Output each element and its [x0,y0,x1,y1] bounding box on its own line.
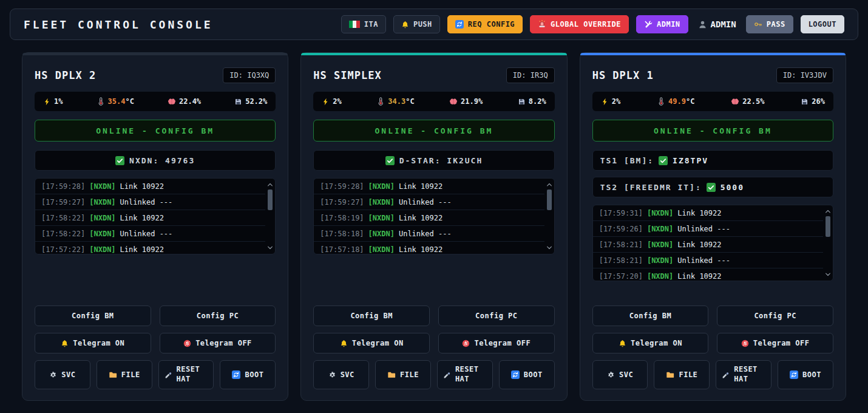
bell-icon [401,21,409,29]
ram-stat: 21.9% [449,97,483,106]
device-id-badge: ID: IQ3XQ [223,67,276,83]
scroll-down-icon[interactable] [546,244,553,251]
global-override-button[interactable]: GLOBAL OVERRIDE [530,15,629,33]
check-icon [115,156,124,165]
card-title: HS DPLX 1 [592,69,654,81]
log-row: [17:59:31][NXDN]Link 10922 [593,205,823,221]
file-button[interactable]: FILE [375,360,431,389]
scroll-down-icon[interactable] [266,244,274,251]
scrollbar-thumb[interactable] [268,189,273,210]
gear-icon [607,371,615,379]
svc-button[interactable]: SVC [592,360,648,389]
log-panel[interactable]: [17:59:28][NXDN]Link 10922 [17:59:27][NX… [35,178,276,254]
log-row: [17:59:27][NXDN]Unlinked --- [35,194,265,210]
config-bm-button[interactable]: Config BM [313,305,430,326]
folder-icon [109,370,117,379]
lightning-icon [601,98,609,106]
thermometer-icon [657,97,665,106]
log-message: Unlinked --- [677,256,730,265]
cpu-stat: 2% [322,97,341,106]
config-pc-button[interactable]: Config PC [160,305,276,326]
scrollbar-thumb[interactable] [547,189,552,210]
log-timestamp: [17:59:31] [599,209,643,217]
boot-button[interactable]: BOOT [220,360,276,389]
telegram-on-button[interactable]: Telegram ON [35,333,151,353]
mode-row: D-STAR: IK2UCH [313,150,554,171]
bell-icon [61,340,69,347]
config-pc-button[interactable]: Config PC [717,305,833,326]
boot-button[interactable]: BOOT [499,360,555,389]
log-row: [17:58:22][NXDN]Link 10922 [35,210,265,226]
telegram-off-button[interactable]: Telegram OFF [717,333,833,353]
thermometer-icon [97,97,105,106]
log-message: Link 10922 [677,209,721,217]
floppy-icon [518,98,526,106]
file-button[interactable]: FILE [97,360,152,389]
screwdriver-icon [164,371,172,379]
boot-button[interactable]: BOOT [778,360,833,389]
status-badge: ONLINE - CONFIG BM [313,120,554,142]
telegram-off-button[interactable]: Telegram OFF [160,333,276,353]
telegram-off-button[interactable]: Telegram OFF [438,333,555,353]
log-message: Link 10922 [120,214,164,222]
stats-bar: 2% 49.9°C 22.5% 26% [592,92,833,111]
log-scrollbar[interactable] [824,206,832,279]
log-message: Link 10922 [399,245,442,254]
gear-icon [328,371,336,379]
log-timestamp: [17:57:22] [41,245,85,254]
sync-icon [455,20,464,29]
disk-stat: 8.2% [518,97,546,106]
log-scrollbar[interactable] [266,180,274,253]
screwdriver-icon [443,371,451,379]
lightning-icon [43,98,51,106]
svc-button[interactable]: SVC [35,360,90,389]
log-scrollbar[interactable] [546,180,553,253]
user-icon [698,20,707,29]
card-accent-bar [301,53,566,55]
req-config-button[interactable]: REQ CONFIG [447,15,523,33]
log-panel[interactable]: [17:59:28][NXDN]Link 10922 [17:59:27][NX… [313,178,554,254]
device-id-badge: ID: IV3JDV [776,67,833,83]
stats-bar: 2% 34.3°C 21.9% 8.2% [313,92,554,111]
scroll-up-icon[interactable] [266,181,274,188]
config-bm-button[interactable]: Config BM [35,305,151,326]
card-accent-bar [580,53,846,55]
log-row: [17:58:21][NXDN]Unlinked --- [593,253,823,268]
scroll-down-icon[interactable] [824,271,832,278]
screwdriver-icon [722,371,730,379]
scrollbar-thumb[interactable] [826,216,830,237]
cpu-stat: 2% [601,97,620,106]
siren-icon [538,20,546,29]
logout-button[interactable]: LOGOUT [801,15,844,33]
header-actions: ITA PUSH REQ CONFIG GLOBAL OVERRIDE ADMI… [341,15,844,33]
log-message: Link 10922 [677,272,721,281]
device-card-hs-simplex: HS SIMPLEX ID: IR3Q 2% 34.3°C 21.9% 8.2%… [300,52,567,401]
push-button[interactable]: PUSH [393,15,440,33]
current-user: ADMIN [696,19,739,29]
lightning-icon [322,98,330,106]
log-row: [17:57:22][NXDN]Link 10922 [35,242,265,254]
reset-hat-button[interactable]: RESET HAT [158,360,214,389]
temp-stat: 34.3°C [376,97,414,106]
log-message: Unlinked --- [677,225,730,233]
svc-button[interactable]: SVC [313,360,369,389]
device-id-badge: ID: IR3Q [506,67,555,83]
reset-hat-button[interactable]: RESET HAT [716,360,771,389]
log-tag: [NXDN] [89,182,115,191]
admin-button[interactable]: ADMIN [636,15,688,33]
config-pc-button[interactable]: Config PC [438,305,555,326]
scroll-up-icon[interactable] [546,181,553,188]
pass-button[interactable]: PASS [746,15,793,33]
log-panel[interactable]: [17:59:31][NXDN]Link 10922 [17:59:26][NX… [592,205,833,281]
telegram-on-button[interactable]: Telegram ON [592,333,709,353]
scroll-up-icon[interactable] [824,208,832,215]
config-bm-button[interactable]: Config BM [592,305,709,326]
log-message: Link 10922 [120,245,164,254]
log-message: Unlinked --- [120,230,173,238]
boot-sync-icon [790,370,798,379]
telegram-on-button[interactable]: Telegram ON [313,333,430,353]
language-button[interactable]: ITA [341,15,386,33]
reset-hat-button[interactable]: RESET HAT [437,360,493,389]
bell-off-icon [741,340,749,347]
file-button[interactable]: FILE [654,360,710,389]
